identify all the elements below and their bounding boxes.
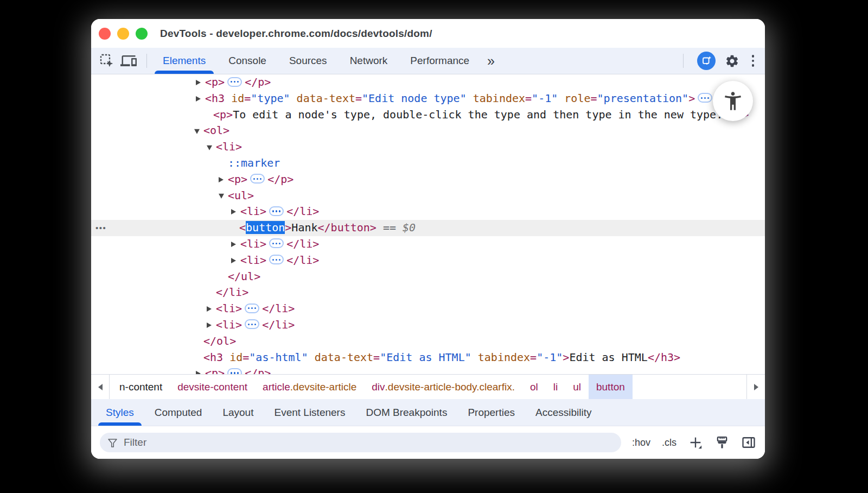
styles-tab-computed[interactable]: Computed	[144, 399, 213, 426]
breadcrumb-item-li[interactable]: li	[546, 375, 565, 399]
tab-network[interactable]: Network	[339, 48, 399, 74]
more-tabs-button[interactable]: »	[481, 54, 501, 68]
row-menu-icon[interactable]: •••	[95, 220, 106, 236]
dom-tree-row[interactable]: <li></li>	[91, 301, 765, 317]
zoom-button[interactable]	[136, 28, 148, 40]
dom-tree-row[interactable]: <p></p>	[91, 172, 765, 188]
expand-arrow-right-icon[interactable]	[196, 96, 201, 102]
inspect-icon[interactable]	[99, 53, 115, 69]
kebab-menu-icon[interactable]	[749, 54, 758, 68]
dom-tree-row[interactable]: <h3 id="as-html" data-text="Edit as HTML…	[91, 350, 765, 366]
dom-tree-row[interactable]: </ol>	[91, 333, 765, 350]
expand-arrow-right-icon[interactable]	[219, 177, 224, 182]
ellipsis-expand-icon[interactable]	[269, 238, 284, 248]
expand-arrow-down-icon[interactable]	[219, 194, 224, 199]
token-tag: =	[355, 92, 362, 105]
toggle-element-state-button[interactable]: :hov	[632, 437, 650, 448]
expand-arrow-right-icon[interactable]	[196, 371, 201, 374]
new-style-rule-button[interactable]	[688, 435, 703, 450]
element-classes-button[interactable]: .cls	[662, 437, 676, 448]
brush-icon[interactable]	[714, 435, 730, 450]
ellipsis-expand-icon[interactable]	[245, 304, 259, 313]
token-attr: id	[231, 92, 244, 105]
styles-tab-dom-breakpoints[interactable]: DOM Breakpoints	[355, 399, 457, 426]
breadcrumb-bar: n-contentdevsite-contentarticle.devsite-…	[91, 374, 765, 399]
tab-performance[interactable]: Performance	[399, 48, 481, 74]
dom-tree-row[interactable]: <p></p>	[91, 74, 765, 91]
dom-tree-row[interactable]: <li></li>	[91, 317, 765, 333]
expand-arrow-right-icon[interactable]	[231, 258, 236, 263]
styles-tab-properties[interactable]: Properties	[457, 399, 525, 426]
styles-tab-layout[interactable]: Layout	[212, 399, 264, 426]
dom-tree-row[interactable]: <li></li>	[91, 236, 765, 252]
expand-arrow-right-icon[interactable]	[196, 80, 201, 85]
token-tag: <li>	[240, 205, 266, 218]
token-tag: </li>	[286, 237, 319, 250]
styles-tab-styles[interactable]: Styles	[95, 399, 144, 426]
token-tag: =	[373, 351, 380, 364]
token-pseudo: ::marker	[228, 156, 280, 169]
device-toolbar-icon[interactable]	[120, 53, 137, 69]
expand-arrow-right-icon[interactable]	[207, 323, 212, 328]
dom-tree-row[interactable]: <li>	[91, 139, 765, 155]
tab-elements[interactable]: Elements	[151, 48, 217, 74]
minimize-button[interactable]	[117, 28, 129, 40]
dom-tree-row[interactable]: </li>	[91, 285, 765, 301]
crumb-part-tag: ul	[573, 381, 581, 393]
tab-sources[interactable]: Sources	[278, 48, 339, 74]
tab-console[interactable]: Console	[217, 48, 278, 74]
ellipsis-expand-icon[interactable]	[227, 77, 242, 87]
ai-assistance-icon[interactable]	[697, 52, 716, 70]
ellipsis-expand-icon[interactable]	[245, 319, 259, 329]
ellipsis-expand-icon[interactable]	[269, 206, 284, 216]
gear-icon[interactable]	[725, 54, 739, 68]
token-text: To edit a node's type, double-click the …	[233, 108, 723, 121]
token-attr: data-text	[297, 92, 355, 105]
expand-arrow-down-icon[interactable]	[194, 129, 200, 134]
breadcrumb-scroll-left-button[interactable]	[91, 375, 110, 399]
window-title: DevTools - developer.chrome.com/docs/dev…	[160, 28, 432, 40]
breadcrumb-item-ol[interactable]: ol	[522, 375, 546, 399]
token-tag: </p>	[245, 366, 271, 374]
dom-tree-row[interactable]: </ul>	[91, 269, 765, 285]
breadcrumb-item-ul[interactable]: ul	[565, 375, 589, 399]
close-button[interactable]	[99, 28, 111, 40]
filter-input[interactable]: Filter	[100, 433, 621, 452]
expand-arrow-right-icon[interactable]	[231, 242, 236, 247]
ellipsis-expand-icon[interactable]	[698, 93, 712, 103]
dom-tree-row[interactable]: <li></li>	[91, 252, 765, 269]
dom-tree-row[interactable]: <p></p>	[91, 365, 765, 374]
crumb-part-tag: li	[553, 381, 558, 393]
dom-tree-row[interactable]: <ol>	[91, 123, 765, 139]
dom-tree-panel: <p></p><h3 id="type" data-text="Edit nod…	[91, 74, 765, 374]
ellipsis-expand-icon[interactable]	[227, 368, 242, 374]
dom-tree-row[interactable]: <li></li>	[91, 204, 765, 220]
ellipsis-expand-icon[interactable]	[250, 174, 265, 184]
dom-tree-row-selected[interactable]: •••<button>Hank</button> == $0	[91, 220, 765, 236]
hide-sidebar-icon[interactable]	[741, 435, 756, 450]
panel-tabs: ElementsConsoleSourcesNetworkPerformance	[151, 48, 481, 74]
expand-arrow-down-icon[interactable]	[207, 146, 212, 150]
breadcrumb-item-n-content[interactable]: n-content	[112, 375, 170, 399]
dom-tree-row[interactable]: ::marker	[91, 155, 765, 172]
breadcrumb-scroll-right-button[interactable]	[746, 375, 765, 399]
token-attr: tabindex	[478, 351, 530, 364]
expand-arrow-right-icon[interactable]	[207, 306, 212, 312]
dom-tree-row[interactable]: <h3 id="type" data-text="Edit node type"…	[91, 91, 765, 107]
ellipsis-expand-icon[interactable]	[269, 255, 284, 264]
token-tag: <li>	[240, 237, 266, 250]
breadcrumb-item-button[interactable]: button	[589, 375, 633, 399]
dom-tree-row[interactable]: <ul>	[91, 188, 765, 204]
styles-tab-accessibility[interactable]: Accessibility	[525, 399, 602, 426]
token-tag: </ul>	[228, 270, 260, 283]
styles-tab-event-listeners[interactable]: Event Listeners	[264, 399, 355, 426]
breadcrumb-item-devsite-content[interactable]: devsite-content	[170, 375, 255, 399]
breadcrumb-item-article-devsite-article[interactable]: article.devsite-article	[255, 375, 364, 399]
expand-arrow-right-icon[interactable]	[231, 209, 236, 214]
token-tag: =	[530, 351, 537, 364]
token-tag: <p>	[228, 173, 247, 186]
crumb-part-cls: .devsite-article-body.clearfix.	[385, 381, 515, 393]
crumb-part-tag: button	[596, 381, 625, 393]
dom-tree-row[interactable]: <p>To edit a node's type, double-click t…	[91, 107, 765, 123]
breadcrumb-item-div-devsite-article-body-clearfix[interactable]: div.devsite-article-body.clearfix.	[364, 375, 522, 399]
